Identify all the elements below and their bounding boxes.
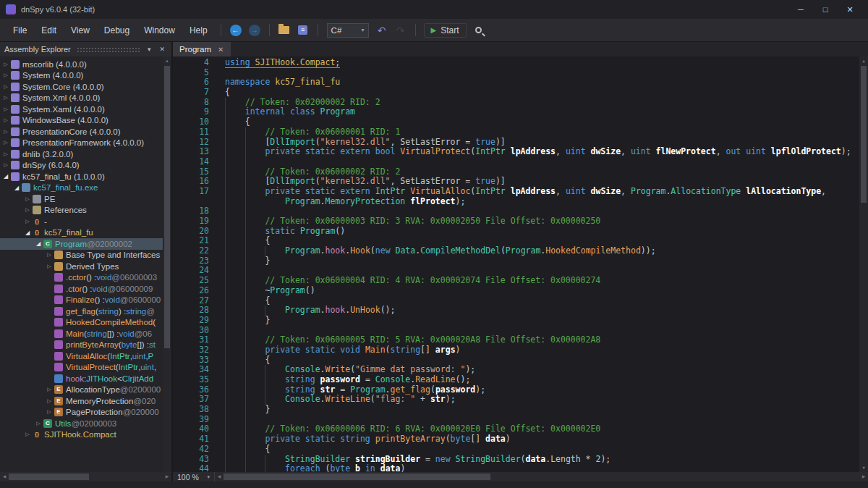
tab-close-icon[interactable]: ✕ (218, 46, 224, 54)
tree-row[interactable]: ▷dnlib (3.2.0.0) (0, 148, 163, 160)
menu-item-window[interactable]: Window (137, 19, 182, 41)
code-line[interactable]: 41 private static string printByteArray(… (173, 434, 858, 445)
maximize-button[interactable]: □ (813, 1, 838, 17)
zoom-select[interactable]: 100 % ▾ (173, 472, 215, 481)
tree-expander-icon[interactable]: ▷ (1, 129, 10, 135)
scroll-right-icon[interactable]: ▶ (859, 472, 868, 481)
tree-row[interactable]: ◢CProgram @02000002 (0, 238, 163, 250)
save-all-button[interactable]: ≡ (294, 22, 312, 39)
undo-button[interactable]: ↶ (373, 22, 391, 39)
menu-item-edit[interactable]: Edit (34, 19, 64, 41)
code-vscroll-thumb[interactable] (861, 66, 867, 203)
tree-row[interactable]: ▷References (0, 205, 163, 216)
code-line[interactable]: 19 // Token: 0x06000003 RID: 3 RVA: 0x00… (173, 216, 858, 227)
tree-row[interactable]: .ctor() : void @06000009 (0, 283, 163, 295)
tree-row[interactable]: ▷EMemoryProtection @020 (0, 395, 163, 407)
code-line[interactable]: 38 } (173, 405, 858, 415)
scroll-left-icon[interactable]: ◀ (215, 472, 224, 481)
code-line[interactable]: 44 foreach (byte b in data) (173, 464, 858, 472)
tree-row[interactable]: ▷System (4.0.0.0) (0, 70, 163, 82)
tree-hscroll-track[interactable] (9, 472, 163, 481)
scroll-down-icon[interactable]: ▼ (859, 463, 868, 472)
tree-row[interactable]: ▷{}SJITHook.Compact (0, 429, 163, 441)
code-line[interactable]: 16 [DllImport("kernel32.dll", SetLastErr… (173, 177, 858, 187)
code-line[interactable]: 17 private static extern IntPtr VirtualA… (173, 187, 858, 197)
code-line[interactable]: 18 (173, 206, 858, 216)
tree-row[interactable]: VirtualAlloc(IntPtr, uint, P (0, 350, 163, 362)
code-vertical-scrollbar[interactable]: ▲ ▼ (859, 56, 868, 472)
code-line[interactable]: 11 // Token: 0x06000001 RID: 1 (173, 127, 858, 138)
code-line[interactable]: 26 ~Program() (173, 286, 858, 296)
tree-row[interactable]: HookedCompileMethod( (0, 317, 163, 329)
code-line[interactable]: 34 Console.Write("Gimme dat password: ")… (173, 365, 858, 375)
tree-expander-icon[interactable]: ▷ (1, 162, 10, 168)
scroll-right-icon[interactable]: ▶ (163, 472, 171, 481)
code-line[interactable]: 22 Program.hook.Hook(new Data.CompileMet… (173, 246, 858, 256)
tree-vscroll-thumb[interactable] (164, 66, 170, 348)
panel-menu-icon[interactable]: ▾ (145, 46, 153, 53)
code-line[interactable]: 21 { (173, 236, 858, 246)
tree-expander-icon[interactable]: ▷ (1, 140, 10, 146)
tree-row[interactable]: ▷{}- (0, 216, 163, 227)
panel-close-icon[interactable]: ✕ (157, 46, 167, 53)
search-button[interactable] (470, 22, 488, 39)
tree-expander-icon[interactable]: ▷ (23, 207, 32, 213)
code-line[interactable]: 14 (173, 157, 858, 167)
nav-back-button[interactable]: ← (227, 22, 244, 39)
code-line[interactable]: 13 private static extern bool VirtualPro… (173, 147, 858, 157)
tree-row[interactable]: get_flag(string) : string @ (0, 306, 163, 317)
language-select[interactable]: C# ▾ (327, 23, 369, 38)
tree-row[interactable]: ▷System.Xml (4.0.0.0) (0, 93, 163, 104)
tree-row[interactable]: ▷PresentationFramework (4.0.0.0) (0, 138, 163, 149)
code-line[interactable]: 37 Console.WriteLine("flag: " + str); (173, 395, 858, 405)
start-button[interactable]: ▶ Start (424, 23, 467, 38)
panel-drag-handle[interactable] (77, 47, 140, 52)
nav-forward-button[interactable]: → (246, 22, 263, 39)
tree-row[interactable]: Main(string[]) : void @06 (0, 328, 163, 340)
menu-item-file[interactable]: File (6, 19, 34, 41)
redo-button[interactable]: ↷ (392, 22, 409, 39)
tree-row[interactable]: ▷EPageProtection @020000 (0, 407, 163, 418)
tree-row[interactable]: ◢kc57_final_fu.exe (0, 182, 163, 194)
tree-expander-icon[interactable]: ▷ (34, 421, 43, 426)
tree-row[interactable]: ◢{}kc57_final_fu (0, 227, 163, 239)
menu-item-help[interactable]: Help (182, 19, 215, 41)
tree-expander-icon[interactable]: ▷ (45, 387, 54, 392)
tree-expander-icon[interactable]: ▷ (45, 264, 54, 269)
tree-expander-icon[interactable]: ◢ (34, 240, 43, 247)
tree-expander-icon[interactable]: ▷ (23, 432, 32, 437)
tree-row[interactable]: ▷PE (0, 193, 163, 205)
scroll-left-icon[interactable]: ◀ (0, 472, 9, 481)
code-line[interactable]: 29 } (173, 316, 858, 326)
tree-row[interactable]: ▷Derived Types (0, 261, 163, 272)
tree-expander-icon[interactable]: ▷ (1, 106, 10, 112)
tree-expander-icon[interactable]: ▷ (1, 151, 10, 157)
tree-row[interactable]: .cctor() : void @06000003 (0, 272, 163, 284)
tree-row[interactable]: ▷EAllocationType @0200000 (0, 384, 163, 396)
code-line[interactable]: 9 internal class Program (173, 107, 858, 117)
tree-expander-icon[interactable]: ▷ (45, 398, 54, 404)
tab-program[interactable]: Program✕ (173, 42, 231, 56)
tree-row[interactable]: VirtualProtect(IntPtr, uint, (0, 362, 163, 374)
scroll-up-icon[interactable]: ▲ (859, 56, 868, 65)
tree-expander-icon[interactable]: ▷ (45, 409, 54, 415)
tree-expander-icon[interactable]: ▷ (1, 62, 10, 67)
code-line[interactable]: 4using SJITHook.Compact; (173, 58, 858, 68)
close-button[interactable]: ✕ (838, 1, 862, 17)
tree-row[interactable]: ▷System.Xaml (4.0.0.0) (0, 104, 163, 115)
code-hscroll-track[interactable] (224, 472, 859, 481)
tree-expander-icon[interactable]: ▷ (1, 72, 10, 78)
tree-expander-icon[interactable]: ▷ (23, 196, 32, 202)
tree-expander-icon[interactable]: ▷ (1, 95, 10, 101)
tree-row[interactable]: hook : JITHook<ClrjitAdd (0, 373, 163, 384)
tree-row[interactable]: ▷dnSpy (6.0.4.0) (0, 160, 163, 172)
code-line[interactable]: Program.MemoryProtection flProtect); (173, 197, 858, 207)
code-line[interactable]: 31 // Token: 0x06000005 RID: 5 RVA: 0x00… (173, 335, 858, 345)
code-line[interactable]: 42 { (173, 445, 858, 455)
code-line[interactable]: 28 Program.hook.UnHook(); (173, 306, 858, 316)
minimize-button[interactable]: ─ (788, 1, 813, 17)
tree-row[interactable]: ◢kc57_final_fu (1.0.0.0) (0, 171, 163, 182)
code-area[interactable]: 4using SJITHook.Compact;5 6namespace kc5… (173, 56, 868, 472)
tree-expander-icon[interactable]: ◢ (1, 173, 10, 180)
menu-item-view[interactable]: View (64, 19, 97, 41)
